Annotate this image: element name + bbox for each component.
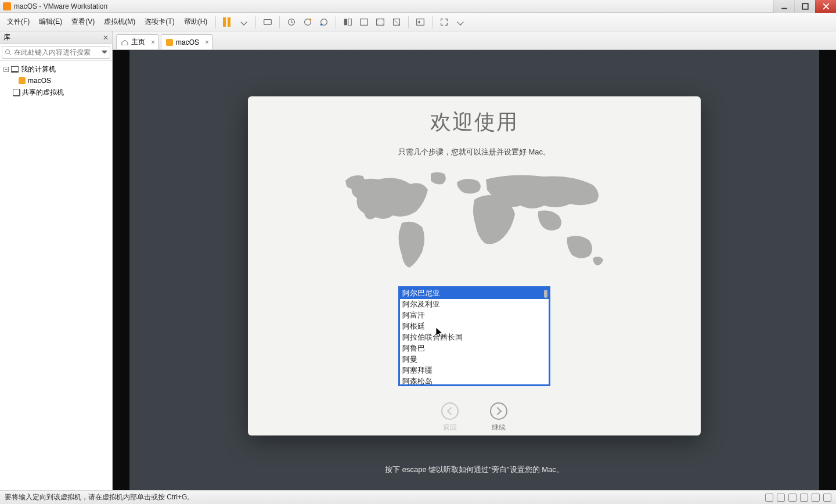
minimize-button[interactable]: [773, 0, 794, 13]
list-item[interactable]: 阿尔及利亚: [400, 299, 549, 310]
view-unity-button[interactable]: [390, 16, 403, 28]
tray-sound-icon[interactable]: [812, 494, 820, 502]
vm-display[interactable]: 欢迎使用 只需几个步骤，您就可以注册并设置好 Mac。: [113, 50, 836, 490]
back-button: 返回: [441, 402, 459, 433]
library-search: [0, 44, 112, 61]
tree-item-macos[interactable]: macOS: [2, 75, 110, 87]
app-icon: [3, 2, 11, 10]
tree-shared-vms[interactable]: 共享的虚拟机: [2, 87, 110, 98]
window-controls: [773, 0, 836, 13]
svg-rect-1: [802, 3, 808, 9]
snapshot-button[interactable]: [285, 16, 298, 28]
view-single-button[interactable]: [341, 16, 354, 28]
tab-home[interactable]: 主页 ×: [116, 34, 158, 49]
escape-hint: 按下 escape 键以听取如何通过"旁白"设置您的 Mac。: [129, 465, 819, 475]
library-header: 库 ✕: [0, 31, 112, 44]
enter-fullscreen-button[interactable]: [414, 16, 427, 28]
tab-label: macOS: [176, 38, 199, 46]
svg-line-15: [394, 19, 400, 25]
menu-help[interactable]: 帮助(H): [179, 15, 212, 29]
separator: [255, 16, 256, 28]
svg-rect-10: [344, 19, 347, 25]
scrollbar-thumb[interactable]: [544, 290, 547, 298]
svg-rect-11: [348, 19, 351, 25]
pause-button[interactable]: [221, 16, 234, 28]
arrow-right-icon: [493, 407, 502, 415]
library-title: 库: [3, 33, 10, 42]
tree-label: 我的计算机: [21, 64, 56, 74]
menu-vm[interactable]: 虚拟机(M): [99, 15, 140, 29]
fullscreen-button[interactable]: [438, 16, 451, 28]
power-dropdown[interactable]: [237, 16, 250, 28]
view-stretch-button[interactable]: [374, 16, 387, 28]
status-tray: [765, 494, 831, 502]
library-panel: 库 ✕ − 我的计算机 macOS 共享的虚拟机: [0, 31, 113, 490]
tab-close-button[interactable]: ×: [151, 38, 155, 46]
list-item[interactable]: 阿根廷: [400, 321, 549, 332]
maximize-button[interactable]: [794, 0, 815, 13]
continue-label: 继续: [492, 423, 506, 433]
search-input[interactable]: [14, 48, 102, 56]
list-item[interactable]: 阿曼: [400, 354, 549, 365]
tray-usb-icon[interactable]: [800, 494, 808, 502]
tab-close-button[interactable]: ×: [205, 38, 209, 46]
search-dropdown-icon[interactable]: [102, 51, 107, 54]
separator: [336, 16, 336, 28]
tab-macos[interactable]: macOS ×: [161, 34, 212, 49]
tree-label: macOS: [28, 77, 51, 85]
collapse-icon[interactable]: −: [3, 67, 9, 72]
menubar: 文件(F) 编辑(E) 查看(V) 虚拟机(M) 选项卡(T) 帮助(H): [0, 13, 836, 31]
window-title: macOS - VMware Workstation: [14, 2, 107, 10]
menu-view[interactable]: 查看(V): [67, 15, 99, 29]
statusbar: 要将输入定向到该虚拟机，请在虚拟机内部单击或按 Ctrl+G。: [0, 490, 836, 504]
home-icon: [121, 39, 128, 45]
tab-label: 主页: [131, 37, 145, 47]
send-ctrl-alt-del-button[interactable]: [261, 16, 274, 28]
country-list[interactable]: 阿尔巴尼亚 阿尔及利亚 阿富汗 阿根廷 阿拉伯联合酋长国 阿鲁巴 阿曼 阿塞拜疆…: [398, 286, 550, 386]
tray-cd-icon[interactable]: [777, 494, 785, 502]
snapshot-revert-button[interactable]: [318, 16, 330, 28]
tree-my-computers[interactable]: − 我的计算机: [2, 63, 110, 75]
svg-rect-12: [361, 19, 368, 25]
tray-message-icon[interactable]: [823, 494, 831, 502]
separator: [432, 16, 433, 28]
main-panel: 主页 × macOS × 欢迎使用 只需几个步骤，您就可以注册并设置好 Mac。: [113, 31, 836, 490]
list-item[interactable]: 阿森松岛: [400, 376, 549, 386]
close-button[interactable]: [815, 0, 836, 13]
svg-point-9: [320, 23, 323, 26]
arrow-left-icon: [447, 407, 455, 415]
list-item[interactable]: 阿拉伯联合酋长国: [400, 332, 549, 343]
fullscreen-dropdown[interactable]: [454, 16, 467, 28]
svg-point-7: [309, 18, 312, 20]
shared-icon: [13, 89, 20, 96]
snapshot-manage-button[interactable]: [301, 16, 314, 28]
macos-welcome-dialog: 欢迎使用 只需几个步骤，您就可以注册并设置好 Mac。: [248, 96, 701, 435]
tray-disk-icon[interactable]: [765, 494, 773, 502]
list-item[interactable]: 阿塞拜疆: [400, 365, 549, 376]
view-console-button[interactable]: [358, 16, 370, 28]
tree-label: 共享的虚拟机: [22, 88, 64, 98]
vm-icon: [166, 39, 173, 46]
menu-file[interactable]: 文件(F): [2, 15, 34, 29]
menu-tabs[interactable]: 选项卡(T): [140, 15, 179, 29]
welcome-title: 欢迎使用: [430, 108, 518, 136]
computer-icon: [11, 66, 19, 73]
tab-strip: 主页 × macOS ×: [113, 31, 836, 50]
welcome-subtitle: 只需几个步骤，您就可以注册并设置好 Mac。: [398, 147, 550, 157]
vm-icon: [19, 77, 26, 84]
search-box[interactable]: [2, 46, 110, 59]
list-item[interactable]: 阿尔巴尼亚: [400, 288, 549, 299]
menu-edit[interactable]: 编辑(E): [34, 15, 67, 29]
tray-network-icon[interactable]: [788, 494, 797, 502]
list-item[interactable]: 阿鲁巴: [400, 343, 549, 354]
titlebar: macOS - VMware Workstation: [0, 0, 836, 13]
library-close-button[interactable]: ✕: [103, 34, 109, 42]
svg-rect-4: [264, 19, 272, 24]
list-item[interactable]: 阿富汗: [400, 310, 549, 321]
vm-screen[interactable]: 欢迎使用 只需几个步骤，您就可以注册并设置好 Mac。: [129, 50, 819, 490]
svg-line-18: [9, 53, 11, 55]
workspace: 库 ✕ − 我的计算机 macOS 共享的虚拟机: [0, 31, 836, 490]
world-map: [335, 168, 614, 278]
continue-button[interactable]: 继续: [490, 402, 507, 433]
separator: [215, 16, 216, 28]
